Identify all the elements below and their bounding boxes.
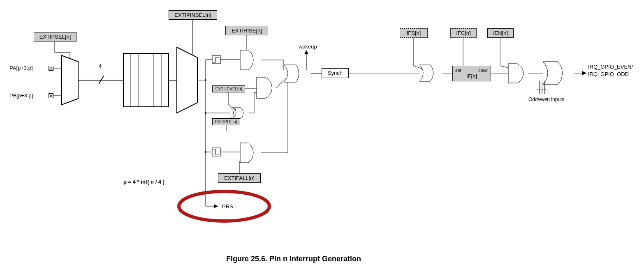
xor-pol (233, 108, 243, 118)
and-fall (240, 143, 253, 163)
and-rise (240, 50, 253, 70)
svg-line-32 (276, 78, 285, 88)
svg-line-49 (500, 66, 508, 68)
svg-point-15 (205, 79, 206, 81)
buffer-block (123, 53, 169, 107)
schematic-svg (0, 0, 644, 274)
and-ien (508, 64, 524, 83)
svg-marker-58 (214, 204, 218, 208)
svg-marker-52 (582, 71, 586, 75)
mux-extipinsel (177, 47, 197, 113)
or-edges (284, 65, 299, 82)
svg-marker-41 (304, 50, 308, 54)
diagram-canvas: EXTIPSEL[n] EXTIPINSEL[n] EXTIRISE[n] EX… (0, 0, 644, 274)
highlight-prs (179, 191, 269, 221)
or-oddeven (543, 62, 562, 85)
mux-extipsel (62, 55, 78, 105)
and-level (257, 77, 272, 99)
or-ifs (419, 65, 433, 81)
